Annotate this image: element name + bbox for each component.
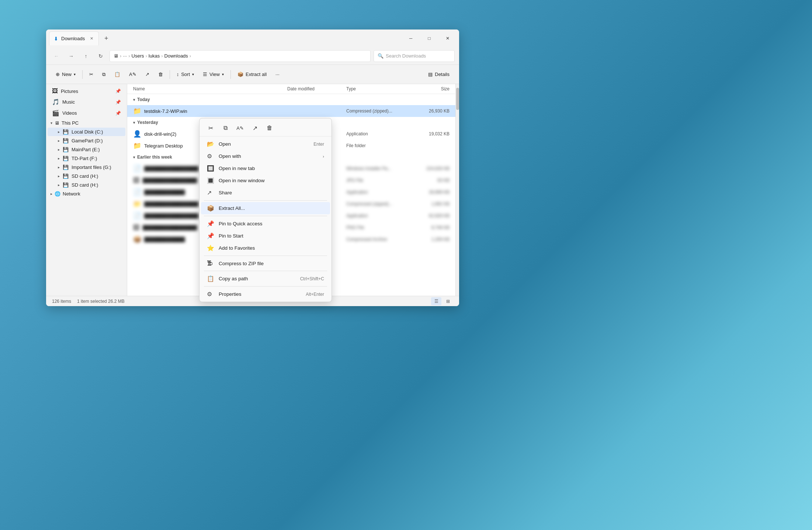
grid-view-button[interactable]: ⊞	[443, 297, 453, 305]
refresh-button[interactable]: ↻	[95, 50, 107, 62]
sidebar-local-disk-c[interactable]: ▸ 💾 Local Disk (C:)	[48, 128, 125, 136]
expand-arrow-network: ▸	[51, 192, 52, 196]
ctx-rename-button[interactable]: A✎	[233, 122, 247, 134]
breadcrumb-ellipsis: ···	[123, 53, 127, 59]
group-today-label: Today	[137, 97, 150, 102]
breadcrumb-downloads[interactable]: Downloads	[164, 53, 188, 59]
breadcrumb-users[interactable]: Users	[132, 53, 144, 59]
this-pc-header[interactable]: ▾ 🖥 This PC	[46, 119, 127, 127]
tab-close-button[interactable]: ✕	[89, 35, 94, 42]
file-type-b5: PNG File	[346, 225, 405, 230]
ctx-pin-quick-access[interactable]: 📌 Pin to Quick access	[201, 218, 330, 230]
paste-button[interactable]: 📋	[111, 68, 124, 81]
navigation-bar: ← → ↑ ↻ 🖥 › ··· › Users › lukas › Downlo…	[46, 47, 459, 65]
drive-d-icon: 💾	[63, 138, 69, 143]
extract-all-button[interactable]: 📦 Extract all	[234, 68, 270, 81]
context-menu-toolbar: ✂ ⧉ A✎ ↗ 🗑	[199, 120, 332, 136]
vertical-scrollbar[interactable]	[455, 84, 459, 296]
sidebar-item-music[interactable]: 🎵 Music 📌	[48, 97, 125, 107]
close-button[interactable]: ✕	[439, 32, 456, 44]
up-button[interactable]: ↑	[80, 50, 92, 62]
share-button[interactable]: ↗	[142, 68, 153, 81]
drive-c-icon: 💾	[63, 129, 69, 135]
scrollbar-thumb[interactable]	[456, 88, 459, 110]
group-expand-earlier[interactable]: ▾	[133, 155, 135, 159]
new-button[interactable]: ⊕ New ▾	[52, 68, 79, 81]
ctx-separator-3	[204, 256, 327, 256]
sidebar-sdcard-h1[interactable]: ▸ 💾 SD card (H:)	[48, 172, 125, 180]
delete-button[interactable]: 🗑	[155, 68, 167, 81]
ctx-share[interactable]: ↗ Share	[201, 187, 330, 199]
breadcrumb-lukas[interactable]: lukas	[149, 53, 160, 59]
ctx-compresszip-icon: 🗜	[207, 260, 214, 267]
network-header[interactable]: ▸ 🌐 Network	[46, 190, 127, 198]
share-icon: ↗	[145, 72, 149, 77]
sidebar-sdcard-h2[interactable]: ▸ 💾 SD card (H:)	[48, 181, 125, 189]
ctx-copypath-icon: 📋	[207, 275, 214, 282]
details-button[interactable]: ▤ Details	[424, 68, 453, 81]
file-size-b1: 83 KB	[405, 178, 450, 183]
address-bar[interactable]: 🖥 › ··· › Users › lukas › Downloads ›	[110, 50, 371, 62]
ctx-share-label: Share	[219, 190, 324, 195]
file-icon-telegram: 📁	[133, 142, 141, 150]
search-box[interactable]: 🔍 Search Downloads	[374, 50, 455, 62]
ctx-open-with[interactable]: ⚙ Open with ›	[201, 150, 330, 162]
ctx-delete-button[interactable]: 🗑	[263, 122, 276, 134]
file-row-testdisk[interactable]: 📁 testdisk-7.2-WIP.win Compressed (zippe…	[127, 105, 455, 117]
sidebar-mainpart-e[interactable]: ▸ 💾 MainPart (E:)	[48, 145, 125, 154]
minimize-button[interactable]: ─	[402, 32, 419, 44]
drive-e-label: MainPart (E:)	[72, 147, 100, 152]
group-yesterday-label: Yesterday	[137, 120, 158, 125]
sidebar-item-pictures[interactable]: 🖼 Pictures 📌	[48, 86, 125, 96]
forward-button[interactable]: →	[65, 50, 77, 62]
sort-button[interactable]: ↕ Sort ▾	[173, 68, 198, 81]
group-expand-yesterday[interactable]: ▾	[133, 121, 135, 125]
file-icon-b0: 📄	[133, 164, 141, 173]
ctx-cut-button[interactable]: ✂	[204, 122, 217, 134]
ctx-pinstart-label: Pin to Start	[219, 233, 324, 239]
view-label: View	[209, 72, 220, 77]
file-type-b2: Application	[346, 190, 405, 195]
file-icon-b5: 🖼	[133, 224, 140, 232]
group-expand-today[interactable]: ▾	[133, 98, 135, 102]
sidebar-tdpart-f[interactable]: ▸ 💾 TD-Part (F:)	[48, 154, 125, 163]
maximize-button[interactable]: □	[421, 32, 438, 44]
file-type-b3: Compressed (zipped)...	[346, 201, 405, 207]
ctx-open[interactable]: 📂 Open Enter	[201, 138, 330, 150]
more-button[interactable]: ···	[272, 68, 283, 81]
ctx-pin-start[interactable]: 📌 Pin to Start	[201, 230, 330, 242]
ctx-compress-zip[interactable]: 🗜 Compress to ZIP file	[201, 257, 330, 269]
videos-icon: 🎬	[52, 110, 59, 117]
copy-button[interactable]: ⧉	[98, 68, 109, 81]
file-size-b5: 8,748 KB	[405, 225, 450, 230]
ctx-copy-path[interactable]: 📋 Copy as path Ctrl+Shift+C	[201, 273, 330, 285]
extract-all-label: Extract all	[246, 72, 267, 77]
sidebar-important-g[interactable]: ▸ 💾 Important files (G:)	[48, 163, 125, 172]
search-placeholder: Search Downloads	[386, 53, 426, 59]
sidebar-gamepart-d[interactable]: ▸ 💾 GamePart (D:)	[48, 136, 125, 145]
list-view-button[interactable]: ☰	[431, 297, 441, 305]
view-button[interactable]: ☰ View ▾	[199, 68, 228, 81]
cut-button[interactable]: ✂	[86, 68, 97, 81]
ctx-extract-all[interactable]: 📦 Extract All...	[201, 202, 330, 214]
new-tab-button[interactable]: +	[100, 32, 112, 44]
ctx-share-button[interactable]: ↗	[248, 122, 261, 134]
rename-button[interactable]: A✎	[125, 68, 140, 81]
ctx-open-new-tab[interactable]: 🔲 Open in new tab	[201, 162, 330, 174]
ctx-open-new-window[interactable]: 🔳 Open in new window	[201, 174, 330, 187]
ctx-copy-button[interactable]: ⧉	[219, 122, 232, 134]
ctx-opennewwin-icon: 🔳	[207, 177, 214, 184]
breadcrumb-sep: ›	[190, 53, 191, 59]
sidebar-item-videos[interactable]: 🎬 Videos 📌	[48, 108, 125, 118]
expand-arrow-icon: ▾	[51, 121, 52, 125]
back-button[interactable]: ←	[51, 50, 62, 62]
downloads-tab[interactable]: ⬇ Downloads ✕	[49, 31, 99, 45]
ctx-compresszip-label: Compress to ZIP file	[219, 261, 324, 266]
file-icon-b3: 📁	[133, 200, 141, 208]
tab-area: ⬇ Downloads ✕ +	[49, 31, 402, 45]
tab-icon: ⬇	[54, 36, 58, 42]
ctx-add-favorites[interactable]: ⭐ Add to Favorites	[201, 242, 330, 254]
ctx-properties[interactable]: ⚙ Properties Alt+Enter	[201, 288, 330, 300]
music-icon: 🎵	[52, 98, 59, 105]
group-today: ▾ Today	[127, 94, 455, 105]
